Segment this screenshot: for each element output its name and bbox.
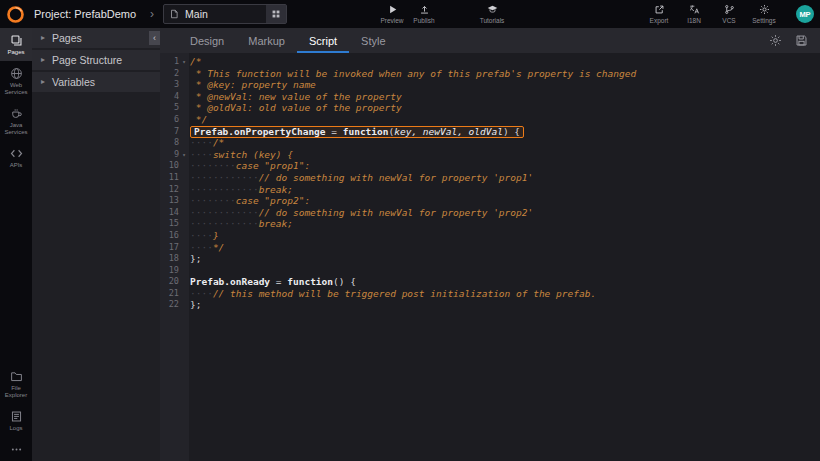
vcs-button[interactable]: VCS: [715, 4, 743, 24]
code-line-19[interactable]: 19: [160, 265, 820, 277]
sidebar-item-web-services[interactable]: Web Services: [0, 61, 32, 101]
indent-guide-dots: ········: [190, 195, 236, 206]
page-selector-dropdown[interactable]: Main: [163, 4, 287, 24]
sidebar-item-file-explorer[interactable]: File Explorer: [0, 364, 32, 404]
fold-marker-icon[interactable]: ▾: [179, 56, 189, 68]
code-line-14[interactable]: 14············// do something with newVa…: [160, 207, 820, 219]
sidebar-item-more[interactable]: [0, 437, 32, 461]
code-line-12[interactable]: 12············break;: [160, 184, 820, 196]
code-line-5[interactable]: 5 * @oldVal: old value of the property: [160, 102, 820, 114]
tab-markup[interactable]: Markup: [236, 28, 297, 53]
code-text: * @key: property name: [189, 79, 316, 91]
code-line-2[interactable]: 2 * This function will be invoked when a…: [160, 68, 820, 80]
code-text: [189, 265, 190, 277]
settings-button[interactable]: Settings: [750, 4, 778, 24]
code-line-21[interactable]: 21····// this method will be triggered p…: [160, 288, 820, 300]
project-title: Project: PrefabDemo: [34, 8, 136, 20]
code-line-15[interactable]: 15············break;: [160, 218, 820, 230]
publish-button[interactable]: Publish: [410, 4, 438, 24]
tutorials-label: Tutorials: [480, 17, 505, 24]
code-line-18[interactable]: 18};: [160, 253, 820, 265]
tab-script[interactable]: Script: [297, 28, 349, 53]
code-text: Prefab.onPropertyChange = function(key, …: [189, 126, 524, 138]
line-number: 12: [160, 184, 179, 196]
gear-icon[interactable]: [769, 34, 782, 47]
sidebar-item-label: APIs: [10, 162, 23, 169]
panel-section-variables[interactable]: ▸Variables: [32, 72, 160, 92]
code-content: 1▾/*2 * This function will be invoked wh…: [160, 56, 820, 311]
panel-section-page-structure[interactable]: ▸Page Structure: [32, 50, 160, 70]
code-line-6[interactable]: 6 */: [160, 114, 820, 126]
code-line-13[interactable]: 13········case "prop2":: [160, 195, 820, 207]
indent-guide-dots: ····: [190, 288, 213, 299]
topbar-right-actions: ExportI18NVCSSettings: [645, 0, 778, 28]
fold-marker-icon[interactable]: ▾: [179, 149, 189, 161]
topbar-center-actions: PreviewPublishTutorials: [378, 0, 506, 28]
i18n-button[interactable]: I18N: [680, 4, 708, 24]
left-rail: PagesWeb ServicesJava ServicesAPIs File …: [0, 28, 32, 461]
panel-section-label: Variables: [52, 76, 95, 88]
tab-style[interactable]: Style: [349, 28, 397, 53]
fold-gutter: [179, 207, 189, 219]
chevron-right-icon: ▸: [41, 56, 45, 64]
code-text: ····/*: [189, 137, 224, 149]
code-line-3[interactable]: 3 * @key: property name: [160, 79, 820, 91]
side-panel: ▸Pages‹▸Page Structure▸Variables: [32, 28, 160, 461]
code-line-16[interactable]: 16····}: [160, 230, 820, 242]
code-text: ····// this method will be triggered pos…: [189, 288, 596, 300]
fold-gutter: [179, 126, 189, 138]
code-line-11[interactable]: 11············// do something with newVa…: [160, 172, 820, 184]
logs-icon: [10, 410, 23, 423]
indent-guide-dots: ········: [190, 160, 236, 171]
rail-top-items: PagesWeb ServicesJava ServicesAPIs: [0, 28, 32, 174]
code-line-9[interactable]: 9▾····switch (key) {: [160, 149, 820, 161]
sidebar-item-label: Logs: [9, 425, 22, 432]
code-line-17[interactable]: 17····*/: [160, 242, 820, 254]
code-line-20[interactable]: 20Prefab.onReady = function() {: [160, 276, 820, 288]
grid-icon: [271, 9, 281, 19]
line-number: 2: [160, 68, 179, 80]
editor-tabs: DesignMarkupScriptStyle: [178, 28, 398, 53]
sidebar-item-java-services[interactable]: Java Services: [0, 101, 32, 141]
code-line-10[interactable]: 10········case "prop1":: [160, 160, 820, 172]
apis-icon: [10, 147, 23, 160]
indent-guide-dots: ····: [190, 149, 213, 160]
editor-tabbar: DesignMarkupScriptStyle: [160, 28, 820, 53]
panel-section-pages[interactable]: ▸Pages‹: [32, 28, 160, 48]
code-text: /*: [189, 56, 201, 68]
line-number: 20: [160, 276, 179, 288]
user-avatar[interactable]: MP: [796, 5, 814, 23]
sidebar-item-apis[interactable]: APIs: [0, 141, 32, 174]
code-text: ····*/: [189, 242, 224, 254]
code-line-8[interactable]: 8····/*: [160, 137, 820, 149]
fold-gutter: [179, 102, 189, 114]
export-button[interactable]: Export: [645, 4, 673, 24]
code-line-1[interactable]: 1▾/*: [160, 56, 820, 68]
tutorials-button[interactable]: Tutorials: [478, 4, 506, 24]
sidebar-item-pages[interactable]: Pages: [0, 28, 32, 61]
app-window: Project: PrefabDemo › Main PreviewPublis…: [0, 0, 820, 461]
code-editor[interactable]: 1▾/*2 * This function will be invoked wh…: [160, 53, 820, 461]
code-line-4[interactable]: 4 * @newVal: new value of the property: [160, 91, 820, 103]
wavemaker-logo-icon: [7, 6, 24, 23]
preview-button[interactable]: Preview: [378, 4, 406, 24]
line-number: 19: [160, 265, 179, 277]
panel-section-label: Page Structure: [52, 54, 122, 66]
line-number: 10: [160, 160, 179, 172]
chevron-right-icon: ▸: [41, 78, 45, 86]
tab-design[interactable]: Design: [178, 28, 236, 53]
code-line-7[interactable]: 7Prefab.onPropertyChange = function(key,…: [160, 126, 820, 138]
sidebar-item-logs[interactable]: Logs: [0, 404, 32, 437]
preview-icon: [387, 4, 398, 15]
fold-gutter: [179, 265, 189, 277]
grid-view-button[interactable]: [266, 5, 286, 23]
save-icon[interactable]: [795, 34, 808, 47]
code-text: ····switch (key) {: [189, 149, 293, 161]
panel-collapse-button[interactable]: ‹: [149, 31, 160, 45]
topbar: Project: PrefabDemo › Main PreviewPublis…: [0, 0, 820, 28]
line-number: 13: [160, 195, 179, 207]
fold-gutter: [179, 195, 189, 207]
breadcrumb-chevron-icon: ›: [150, 8, 154, 20]
code-line-22[interactable]: 22};: [160, 299, 820, 311]
fold-gutter: [179, 68, 189, 80]
